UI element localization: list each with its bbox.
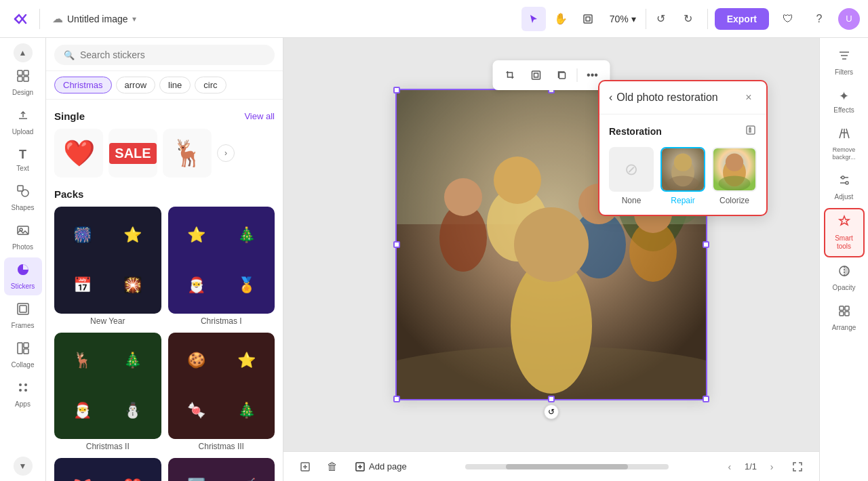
- help-button[interactable]: ?: [807, 7, 831, 31]
- zoom-chevron: ▾: [631, 14, 636, 24]
- shield-button[interactable]: 🛡: [776, 7, 800, 31]
- single-sticker-reindeer[interactable]: 🦌: [163, 129, 212, 177]
- svg-rect-0: [584, 15, 592, 23]
- svg-point-45: [667, 175, 699, 191]
- packs-section-header: Packs: [54, 188, 275, 200]
- pack-christmas-1[interactable]: ⭐ 🎄 🎅 🏅 Christmas I: [168, 207, 275, 326]
- stickers-label: Stickers: [11, 283, 35, 290]
- single-sticker-heart[interactable]: ❤️: [54, 129, 103, 177]
- right-panel-opacity[interactable]: Opacity: [824, 259, 865, 297]
- effects-icon: ✦: [839, 89, 849, 104]
- hand-tool-button[interactable]: ✋: [549, 7, 573, 31]
- single-view-all[interactable]: View all: [244, 111, 275, 121]
- copy-img-button[interactable]: [551, 64, 573, 86]
- svg-point-17: [19, 389, 22, 392]
- img-toolbar-divider: [577, 68, 578, 82]
- redo-button[interactable]: ↻: [676, 7, 701, 31]
- upload-icon: [16, 108, 30, 125]
- restoration-close-button[interactable]: ×: [741, 89, 757, 106]
- avatar[interactable]: U: [838, 8, 860, 30]
- topbar: ☁ Untitled image ▾ ✋ 70% ▾ ↺ ↻ Export 🛡 …: [0, 0, 868, 38]
- layout-button[interactable]: [526, 64, 547, 86]
- svg-point-48: [726, 154, 743, 171]
- zoom-control[interactable]: 70% ▾: [603, 11, 643, 27]
- page-next-button[interactable]: ›: [762, 457, 781, 476]
- restoration-body: Restoration ⊘ N: [599, 114, 766, 215]
- tag-line[interactable]: line: [159, 77, 191, 93]
- export-button[interactable]: Export: [715, 8, 769, 30]
- pack-emoji: ❤️: [108, 462, 157, 481]
- tag-arrow[interactable]: arrow: [116, 77, 156, 93]
- pack-christmas-4[interactable]: 🎀 ❤️ 🍃 🎄 Christmas IV: [54, 458, 161, 481]
- restoration-option-repair[interactable]: Repair: [660, 147, 705, 205]
- opacity-icon: [837, 264, 851, 281]
- sidebar-item-shapes[interactable]: Shapes: [4, 179, 42, 217]
- restoration-option-none[interactable]: ⊘ None: [609, 147, 654, 205]
- filters-icon: [837, 49, 851, 66]
- tag-circ[interactable]: circ: [195, 77, 226, 93]
- trash-button[interactable]: 🗑: [321, 456, 343, 478]
- sidebar-item-apps[interactable]: Apps: [4, 375, 42, 413]
- page-navigation: ‹ 1/1 ›: [720, 456, 808, 478]
- scrollbar[interactable]: [465, 464, 669, 469]
- logo[interactable]: [8, 7, 33, 31]
- sidebar-up-button[interactable]: ▲: [14, 43, 33, 62]
- search-input-wrap[interactable]: 🔍: [54, 45, 275, 65]
- right-panel-remove-bg[interactable]: Remove backgr...: [824, 121, 865, 167]
- sidebar-item-collage[interactable]: Collage: [4, 336, 42, 374]
- restoration-info-icon[interactable]: [745, 124, 757, 139]
- right-panel-filters[interactable]: Filters: [824, 43, 865, 82]
- sidebar-item-design[interactable]: Design: [4, 64, 42, 102]
- single-sticker-sale[interactable]: SALE: [108, 129, 157, 177]
- sidebar-item-frames[interactable]: Frames: [4, 297, 42, 335]
- svg-rect-36: [559, 72, 566, 79]
- pack-new-year[interactable]: 🎆 ⭐ 📅 🎇 New Year: [54, 207, 161, 326]
- pack-emoji: 🏅: [222, 261, 271, 310]
- add-page-button[interactable]: Add page: [349, 459, 414, 474]
- sidebar-item-upload[interactable]: Upload: [4, 103, 42, 141]
- cloud-icon: ☁: [52, 12, 63, 25]
- pack-christmas-3[interactable]: 🍪 ⭐ 🍬 🎄 Christmas III: [168, 333, 275, 452]
- svg-point-27: [444, 178, 482, 216]
- svg-rect-34: [532, 71, 540, 79]
- none-preview: ⊘: [609, 147, 654, 192]
- add-to-page-button[interactable]: [294, 456, 316, 478]
- pack-online-marketing[interactable]: 🆕 🛒 🔍 🛍 Online Marketing: [168, 458, 275, 481]
- add-page-label: Add page: [369, 461, 407, 472]
- none-icon: ⊘: [625, 160, 638, 179]
- search-input[interactable]: [80, 49, 265, 60]
- design-icon: [16, 69, 30, 86]
- tag-christmas[interactable]: Christmas: [54, 77, 112, 93]
- frame-tool-button[interactable]: [576, 7, 600, 31]
- restoration-option-colorize[interactable]: Colorize: [712, 147, 757, 205]
- sidebar-item-stickers[interactable]: Stickers: [4, 257, 42, 295]
- right-panel-adjust[interactable]: Adjust: [824, 168, 865, 207]
- sidebar-down-button[interactable]: ▼: [14, 457, 33, 476]
- pack-label: New Year: [54, 316, 161, 326]
- svg-rect-4: [18, 77, 22, 81]
- sidebar-item-text[interactable]: T Text: [4, 142, 42, 177]
- right-panel-effects[interactable]: ✦ Effects: [824, 83, 865, 120]
- right-panel-arrange[interactable]: Arrange: [824, 299, 865, 337]
- svg-point-18: [24, 389, 27, 392]
- fullscreen-button[interactable]: [787, 456, 808, 478]
- restoration-back-button[interactable]: ‹ Old photo restoration: [609, 91, 718, 104]
- pack-emoji: 🍪: [172, 337, 221, 385]
- rotate-handle[interactable]: ↺: [544, 404, 559, 419]
- file-title[interactable]: ☁ Untitled image ▾: [47, 9, 142, 28]
- shapes-icon: [16, 184, 30, 201]
- page-prev-button[interactable]: ‹: [720, 457, 739, 476]
- search-icon: 🔍: [64, 50, 75, 60]
- single-next-arrow[interactable]: ›: [217, 144, 235, 162]
- sticker-panel: 🔍 Christmas arrow line circ Single View …: [46, 38, 283, 481]
- right-panel-smart-tools[interactable]: Smart tools: [824, 208, 865, 257]
- sidebar-item-photos[interactable]: Photos: [4, 218, 42, 256]
- select-tool-button[interactable]: [521, 7, 546, 31]
- svg-rect-2: [18, 70, 22, 75]
- undo-button[interactable]: ↺: [649, 7, 673, 31]
- pack-christmas-2[interactable]: 🦌 🎄 🎅 ⛄ Christmas II: [54, 333, 161, 452]
- text-icon: T: [19, 148, 26, 162]
- filters-label: Filters: [835, 68, 853, 77]
- crop-button[interactable]: [500, 64, 521, 86]
- restoration-section: Restoration: [609, 124, 757, 139]
